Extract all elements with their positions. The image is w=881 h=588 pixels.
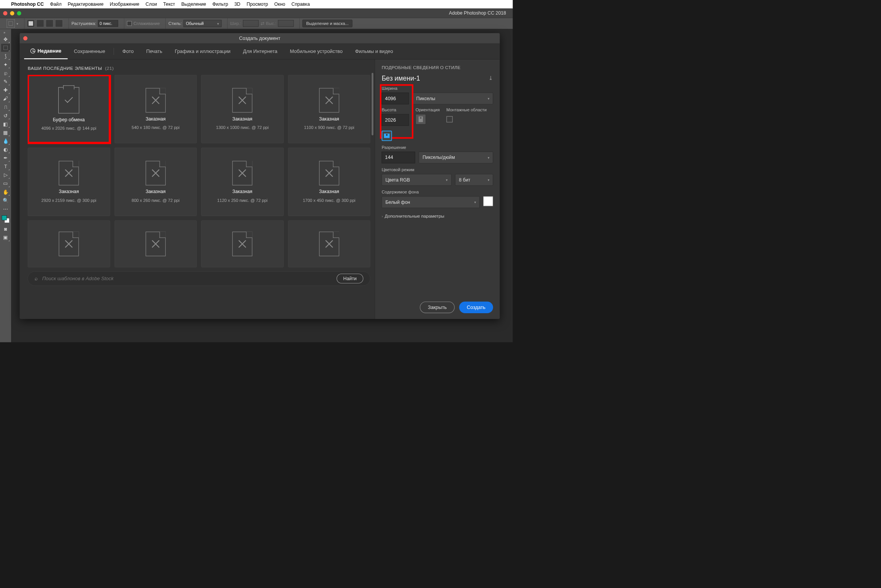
preset-title: Заказная [232, 116, 252, 122]
crop-tool-icon[interactable]: ⟄ [1, 69, 10, 77]
eraser-tool-icon[interactable]: ◧ [1, 120, 10, 128]
select-and-mask-button[interactable]: Выделение и маска... [302, 20, 352, 27]
tab-graphics[interactable]: Графика и иллюстрации [168, 43, 237, 59]
document-name[interactable]: Без имени-1 [382, 74, 420, 82]
svg-rect-1 [3, 46, 7, 50]
height-field-input[interactable] [382, 114, 409, 126]
screen-mode-icon[interactable]: ▣ [1, 234, 10, 242]
menu-image[interactable]: Изображение [110, 2, 139, 7]
menu-select[interactable]: Выделение [181, 2, 206, 7]
preset-card[interactable]: Заказная2920 x 2159 пикс. @ 300 ppi [28, 148, 110, 216]
background-color-swatch[interactable] [483, 197, 493, 206]
gradient-tool-icon[interactable]: ▦ [1, 129, 10, 137]
move-tool-icon[interactable]: ✥ [1, 35, 10, 43]
orientation-label: Ориентация [416, 107, 440, 112]
swap-wh-icon: ⇄ [261, 21, 264, 26]
type-tool-icon[interactable]: T [1, 163, 10, 171]
fg-bg-color-icon[interactable] [1, 213, 10, 225]
scrollbar-thumb[interactable] [371, 73, 373, 135]
menu-file[interactable]: Файл [50, 2, 61, 7]
feather-input[interactable] [98, 20, 118, 26]
find-button[interactable]: Найти [337, 274, 363, 284]
preset-card[interactable]: Заказная1120 x 250 пикс. @ 72 ppi [201, 148, 283, 216]
preset-title: Заказная [59, 189, 79, 194]
preset-card[interactable]: Заказная1700 x 450 пикс. @ 300 ppi [288, 148, 370, 216]
selection-mode-add-icon[interactable] [36, 20, 44, 27]
antialias-checkbox[interactable] [127, 21, 132, 26]
preset-card[interactable]: Заказная1300 x 1000 пикс. @ 72 ppi [201, 75, 283, 143]
lasso-tool-icon[interactable]: ⟆ [1, 52, 10, 60]
preset-subtitle: 1300 x 1000 пикс. @ 72 ppi [216, 125, 269, 130]
style-select[interactable]: Обычный▾ [183, 20, 221, 27]
quick-select-tool-icon[interactable]: ✦ [1, 61, 10, 69]
stock-search-bar: ⌕ Найти [28, 271, 370, 286]
selection-mode-new-icon[interactable] [27, 20, 35, 27]
menu-layers[interactable]: Слои [145, 2, 157, 7]
history-brush-tool-icon[interactable]: ↺ [1, 112, 10, 120]
preset-card[interactable] [28, 220, 110, 267]
tab-recent[interactable]: Недавние [24, 43, 68, 59]
dialog-close-icon[interactable] [23, 36, 28, 40]
hand-tool-icon[interactable]: ✋ [1, 188, 10, 196]
tab-mobile[interactable]: Мобильное устройство [284, 43, 349, 59]
menu-view[interactable]: Просмотр [247, 2, 268, 7]
current-tool-icon[interactable] [7, 20, 15, 28]
preset-card[interactable]: Заказная800 x 260 пикс. @ 72 ppi [114, 148, 196, 216]
healing-tool-icon[interactable]: ✚ [1, 86, 10, 94]
preset-card[interactable] [288, 220, 370, 267]
svg-rect-0 [9, 21, 13, 25]
menu-help[interactable]: Справка [292, 2, 310, 7]
selection-mode-subtract-icon[interactable] [46, 20, 53, 27]
advanced-toggle[interactable]: ›Дополнительные параметры [382, 214, 493, 219]
menu-window[interactable]: Окно [274, 2, 285, 7]
document-icon [319, 161, 339, 185]
preset-card[interactable] [201, 220, 283, 267]
save-preset-icon[interactable]: ⤓ [488, 75, 493, 81]
menu-filter[interactable]: Фильтр [212, 2, 228, 7]
stamp-tool-icon[interactable]: ⎍ [1, 103, 10, 111]
background-select[interactable]: Белый фон▾ [382, 197, 480, 208]
create-button[interactable]: Создать [459, 302, 493, 313]
preset-card[interactable]: Буфер обмена 4096 x 2026 пикс. @ 144 ppi [28, 75, 110, 143]
preset-card[interactable]: Заказная540 x 180 пикс. @ 72 ppi [114, 75, 196, 143]
marquee-tool-icon[interactable] [1, 44, 10, 52]
menu-edit[interactable]: Редактирование [68, 2, 104, 7]
orientation-landscape-icon[interactable] [382, 130, 392, 141]
resolution-input[interactable] [382, 152, 415, 163]
brush-tool-icon[interactable]: 🖌 [1, 95, 10, 103]
preset-card[interactable] [114, 220, 196, 267]
orientation-portrait-icon[interactable] [416, 114, 426, 124]
more-tools-icon[interactable]: ⋯ [1, 205, 10, 213]
bit-depth-select[interactable]: 8 бит▾ [455, 174, 493, 185]
menu-text[interactable]: Текст [163, 2, 175, 7]
blur-tool-icon[interactable]: 💧 [1, 137, 10, 145]
stock-search-input[interactable] [42, 276, 332, 281]
tab-video[interactable]: Фильмы и видео [349, 43, 399, 59]
menu-3d[interactable]: 3D [234, 2, 241, 7]
dodge-tool-icon[interactable]: ◐ [1, 145, 10, 154]
tab-web[interactable]: Для Интернета [237, 43, 284, 59]
artboards-checkbox[interactable] [446, 116, 452, 122]
width-field-input[interactable] [382, 93, 409, 104]
app-name[interactable]: Photoshop CC [11, 2, 44, 7]
antialias-label: Сглаживание [134, 21, 160, 26]
close-button[interactable]: Закрыть [420, 302, 455, 313]
tab-saved[interactable]: Сохраненные [68, 43, 111, 59]
color-mode-select[interactable]: Цвета RGB▾ [382, 174, 452, 185]
workspace-canvas: Создать документ Недавние Сохраненные Фо… [11, 29, 513, 342]
units-select[interactable]: Пикселы▾ [412, 93, 493, 104]
pen-tool-icon[interactable]: ✒ [1, 154, 10, 162]
shape-tool-icon[interactable]: ▭ [1, 180, 10, 188]
tool-preset-chevron-icon[interactable]: ▾ [16, 21, 18, 26]
selection-mode-intersect-icon[interactable] [55, 20, 63, 27]
tab-photo[interactable]: Фото [116, 43, 140, 59]
preset-card[interactable]: Заказная1100 x 900 пикс. @ 72 ppi [288, 75, 370, 143]
zoom-tool-icon[interactable]: 🔍 [1, 197, 10, 205]
toolbar-expand-icon[interactable]: » [3, 31, 7, 34]
eyedropper-tool-icon[interactable]: ✎ [1, 78, 10, 86]
dialog-titlebar: Создать документ [20, 33, 500, 43]
path-select-tool-icon[interactable]: ▷ [1, 171, 10, 179]
resolution-units-select[interactable]: Пикселы/дюйм▾ [419, 152, 493, 163]
quick-mask-icon[interactable]: ◙ [1, 225, 10, 233]
tab-print[interactable]: Печать [140, 43, 169, 59]
